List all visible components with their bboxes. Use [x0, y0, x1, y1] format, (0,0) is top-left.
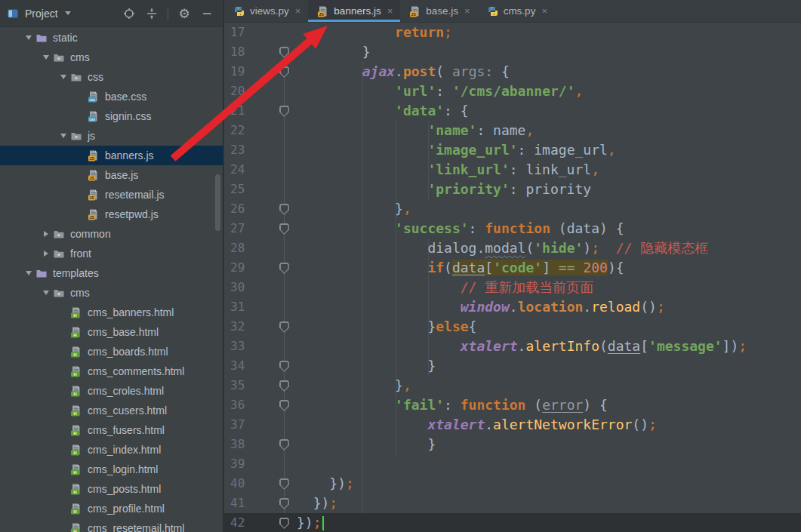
line-number[interactable]: 41 [230, 494, 256, 513]
code-line[interactable]: 20 'url': '/cms/abanner/', [224, 81, 801, 101]
line-number[interactable]: 20 [230, 81, 256, 101]
line-number[interactable]: 39 [230, 454, 256, 474]
code-line[interactable]: 22 'name': name, [224, 121, 801, 140]
close-icon[interactable]: × [295, 5, 301, 17]
code-line[interactable]: 36 'fail': function (error) { [224, 395, 801, 415]
tree-item-common[interactable]: common [0, 224, 223, 244]
fold-marker-icon[interactable] [279, 321, 289, 333]
line-number[interactable]: 31 [230, 297, 256, 317]
tree-item-cms_croles.html[interactable]: Hcms_croles.html [0, 381, 223, 401]
line-number[interactable]: 27 [230, 219, 256, 238]
line-number[interactable]: 19 [230, 62, 256, 81]
chevron-right-icon[interactable] [39, 231, 53, 237]
tree-item-templates[interactable]: templates [0, 263, 223, 283]
chevron-down-icon[interactable] [57, 134, 70, 138]
tree-item-js[interactable]: js [0, 126, 223, 146]
tree-item-banners.js[interactable]: JSbanners.js [0, 146, 223, 165]
close-icon[interactable]: × [464, 5, 470, 17]
tree-item-cms_resetemail.html[interactable]: Hcms_resetemail.html [0, 518, 223, 532]
tree-item-signin.css[interactable]: csssignin.css [0, 106, 223, 126]
chevron-down-icon[interactable] [22, 35, 35, 40]
fold-marker-icon[interactable] [279, 400, 289, 411]
tree-item-cms_index.html[interactable]: Hcms_index.html [0, 440, 223, 460]
code-line[interactable]: 26 }, [224, 199, 801, 219]
code-line[interactable]: 25 'priority': priority [224, 180, 801, 199]
code-line[interactable]: 17 return; [224, 23, 801, 42]
fold-marker-icon[interactable] [279, 47, 289, 58]
fold-marker-icon[interactable] [279, 380, 289, 392]
code-line[interactable]: 33 xtalert.alertInfo(data['message']); [224, 337, 801, 356]
line-number[interactable]: 36 [230, 395, 256, 415]
line-number[interactable]: 35 [230, 376, 256, 395]
code-line[interactable]: 37 xtalert.alertNetworkError(); [224, 415, 801, 435]
fold-marker-icon[interactable] [279, 518, 289, 529]
tree-item-cms_fusers.html[interactable]: Hcms_fusers.html [0, 420, 223, 440]
tree-item-base.css[interactable]: cssbase.css [0, 87, 223, 106]
code-line[interactable]: 24 'link_url': link_url, [224, 160, 801, 180]
tree-item-cms_base.html[interactable]: Hcms_base.html [0, 322, 223, 342]
code-line[interactable]: 40 }); [224, 474, 801, 494]
line-number[interactable]: 38 [230, 435, 256, 454]
code-line[interactable]: 42}); [224, 513, 801, 532]
settings-icon[interactable]: ⚙ [177, 7, 191, 20]
fold-marker-icon[interactable] [279, 478, 289, 490]
close-icon[interactable]: × [387, 5, 393, 17]
tree-item-cms_boards.html[interactable]: Hcms_boards.html [0, 342, 223, 361]
fold-marker-icon[interactable] [279, 498, 289, 509]
code-line[interactable]: 18 } [224, 42, 801, 62]
tree-item-static[interactable]: static [0, 28, 223, 48]
tree-item-cms_login.html[interactable]: Hcms_login.html [0, 460, 223, 479]
line-number[interactable]: 23 [230, 140, 256, 160]
line-number[interactable]: 25 [230, 180, 256, 199]
chevron-down-icon[interactable] [57, 75, 70, 79]
tree-item-cms[interactable]: cms [0, 48, 223, 67]
tab-views.py[interactable]: views.py× [224, 0, 308, 22]
code-line[interactable]: 31 window.location.reload(); [224, 297, 801, 317]
line-number[interactable]: 34 [230, 356, 256, 376]
fold-marker-icon[interactable] [279, 106, 289, 117]
tree-item-base.js[interactable]: JSbase.js [0, 165, 223, 185]
line-number[interactable]: 33 [230, 337, 256, 356]
chevron-right-icon[interactable] [39, 251, 53, 257]
tree-scrollbar[interactable] [215, 174, 220, 231]
code-line[interactable]: 28 dialog.modal('hide'); // 隐藏模态框 [224, 238, 801, 258]
code-line[interactable]: 19 ajax.post( args: { [224, 62, 801, 81]
chevron-down-icon[interactable] [22, 271, 35, 275]
code-line[interactable]: 30 // 重新加载当前页面 [224, 278, 801, 297]
line-number[interactable]: 30 [230, 278, 256, 297]
line-number[interactable]: 26 [230, 199, 256, 219]
locate-icon[interactable] [122, 7, 136, 20]
tree-item-resetemail.js[interactable]: JSresetemail.js [0, 185, 223, 204]
tree-item-resetpwd.js[interactable]: JSresetpwd.js [0, 204, 223, 224]
line-number[interactable]: 22 [230, 121, 256, 140]
code-line[interactable]: 34 } [224, 356, 801, 376]
code-line[interactable]: 32 }else{ [224, 317, 801, 337]
fold-marker-icon[interactable] [279, 66, 289, 78]
tree-item-cms_comments.html[interactable]: Hcms_comments.html [0, 361, 223, 381]
code-line[interactable]: 41 }); [224, 494, 801, 513]
line-number[interactable]: 37 [230, 415, 256, 435]
tab-banners.js[interactable]: JSbanners.js× [308, 0, 400, 22]
line-number[interactable]: 17 [230, 23, 256, 42]
tab-cms.py[interactable]: cms.py× [478, 0, 555, 22]
tree-item-cms_cusers.html[interactable]: Hcms_cusers.html [0, 401, 223, 420]
tree-item-cms_banners.html[interactable]: Hcms_banners.html [0, 303, 223, 322]
fold-marker-icon[interactable] [279, 204, 289, 215]
code-line[interactable]: 23 'image_url': image_url, [224, 140, 801, 160]
tree-item-cms_posts.html[interactable]: Hcms_posts.html [0, 479, 223, 499]
line-number[interactable]: 32 [230, 317, 256, 337]
line-number[interactable]: 28 [230, 238, 256, 258]
project-dropdown[interactable]: Project [6, 7, 71, 20]
tree-item-cms_profile.html[interactable]: Hcms_profile.html [0, 499, 223, 518]
code-line[interactable]: 21 'data': { [224, 101, 801, 121]
code-line[interactable]: 35 }, [224, 376, 801, 395]
code-line[interactable]: 29 if(data['code'] == 200){ [224, 258, 801, 278]
tree-item-front[interactable]: front [0, 244, 223, 263]
tree-item-css[interactable]: css [0, 67, 223, 87]
line-number[interactable]: 18 [230, 42, 256, 62]
chevron-down-icon[interactable] [39, 291, 53, 295]
fold-marker-icon[interactable] [279, 361, 289, 372]
fold-marker-icon[interactable] [279, 439, 289, 451]
line-number[interactable]: 42 [230, 513, 256, 532]
line-number[interactable]: 21 [230, 101, 256, 121]
